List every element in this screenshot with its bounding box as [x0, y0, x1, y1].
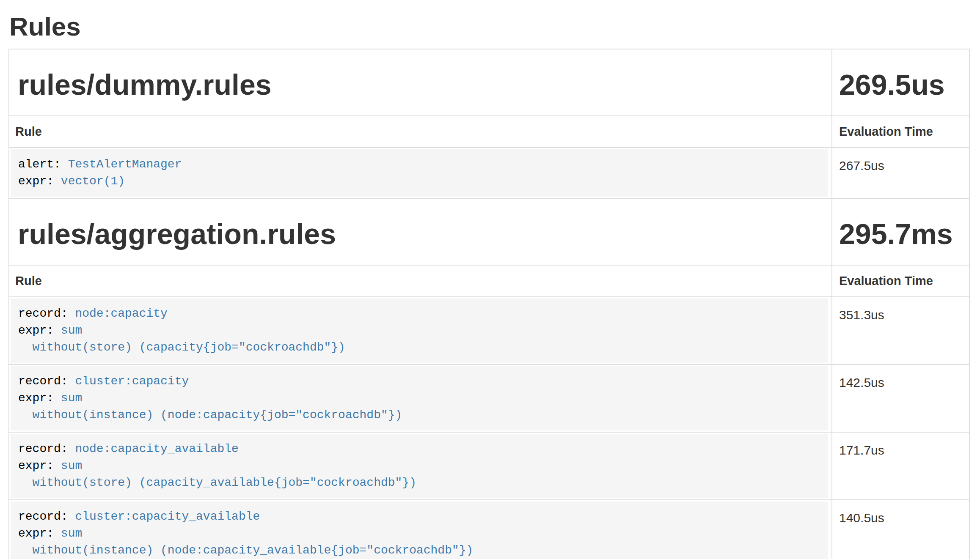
column-header-row: Rule Evaluation Time: [9, 116, 969, 148]
rule-cell: record: node:capacity expr: sum without(…: [9, 297, 832, 364]
group-file-name: rules/dummy.rules: [18, 66, 831, 99]
expr-keyword: expr:: [18, 324, 61, 337]
rule-row: record: cluster:capacity expr: sum witho…: [9, 364, 969, 432]
rule-evaluation-time: 142.5us: [832, 364, 969, 432]
rule-expr-link[interactable]: sum without(store) (capacity{job="cockro…: [18, 324, 345, 354]
group-evaluation-total: 269.5us: [839, 66, 969, 99]
rule-expr-link[interactable]: vector(1): [61, 175, 125, 188]
expr-keyword: expr:: [18, 527, 61, 540]
rule-expr-link[interactable]: sum without(instance) (node:capacity{job…: [18, 392, 402, 422]
rule-name-link[interactable]: node:capacity: [75, 307, 167, 320]
rule-definition: record: cluster:capacity_available expr:…: [11, 501, 828, 559]
group-file-name: rules/aggregation.rules: [18, 215, 831, 249]
rule-definition: record: node:capacity expr: sum without(…: [11, 299, 828, 363]
rule-evaluation-time: 351.3us: [832, 297, 969, 364]
rule-name-link[interactable]: TestAlertManager: [68, 158, 182, 171]
rule-row: record: node:capacity_available expr: su…: [9, 432, 969, 500]
group-header-row: rules/aggregation.rules 295.7ms: [9, 198, 969, 265]
rule-keyword: record:: [18, 442, 75, 455]
group-total-time-cell: 295.7ms: [832, 198, 969, 265]
rule-keyword: record:: [18, 307, 75, 320]
rule-row: alert: TestAlertManager expr: vector(1) …: [9, 148, 969, 198]
rule-keyword: record:: [18, 375, 75, 388]
rule-evaluation-time: 267.5us: [832, 148, 969, 198]
rule-name-link[interactable]: cluster:capacity: [75, 375, 189, 388]
rules-table: rules/dummy.rules 269.5us Rule Evaluatio…: [8, 49, 970, 559]
evaluation-time-column-header: Evaluation Time: [832, 116, 969, 148]
group-header-row: rules/dummy.rules 269.5us: [9, 49, 969, 116]
rule-name-link[interactable]: node:capacity_available: [75, 442, 238, 455]
group-evaluation-total: 295.7ms: [839, 215, 969, 249]
rule-definition: record: node:capacity_available expr: su…: [11, 434, 828, 498]
rule-row: record: node:capacity expr: sum without(…: [9, 297, 969, 364]
rules-page: Rules rules/dummy.rules 269.5us Rule Eva…: [0, 0, 980, 559]
rule-cell: record: cluster:capacity_available expr:…: [9, 500, 832, 559]
page-title: Rules: [8, 0, 969, 40]
rule-name-link[interactable]: cluster:capacity_available: [75, 510, 260, 523]
expr-keyword: expr:: [18, 175, 61, 188]
rule-cell: record: cluster:capacity expr: sum witho…: [9, 364, 832, 432]
rule-keyword: record:: [18, 510, 75, 523]
rule-column-header: Rule: [9, 116, 832, 148]
rule-definition: record: cluster:capacity expr: sum witho…: [11, 366, 828, 430]
rule-definition: alert: TestAlertManager expr: vector(1): [11, 149, 828, 197]
evaluation-time-column-header: Evaluation Time: [832, 265, 969, 297]
rule-keyword: alert:: [18, 158, 68, 171]
expr-keyword: expr:: [18, 392, 61, 405]
rule-cell: record: node:capacity_available expr: su…: [9, 432, 832, 500]
rule-evaluation-time: 140.5us: [832, 500, 969, 559]
group-total-time-cell: 269.5us: [832, 49, 969, 116]
rule-cell: alert: TestAlertManager expr: vector(1): [9, 148, 832, 198]
rule-column-header: Rule: [9, 265, 832, 297]
group-file-cell: rules/dummy.rules: [9, 49, 832, 116]
column-header-row: Rule Evaluation Time: [9, 265, 969, 297]
expr-keyword: expr:: [18, 459, 61, 472]
rule-expr-link[interactable]: sum without(store) (capacity_available{j…: [18, 459, 416, 489]
rule-row: record: cluster:capacity_available expr:…: [9, 500, 969, 559]
rule-expr-link[interactable]: sum without(instance) (node:capacity_ava…: [18, 527, 473, 557]
rule-evaluation-time: 171.7us: [832, 432, 969, 500]
group-file-cell: rules/aggregation.rules: [9, 198, 832, 265]
